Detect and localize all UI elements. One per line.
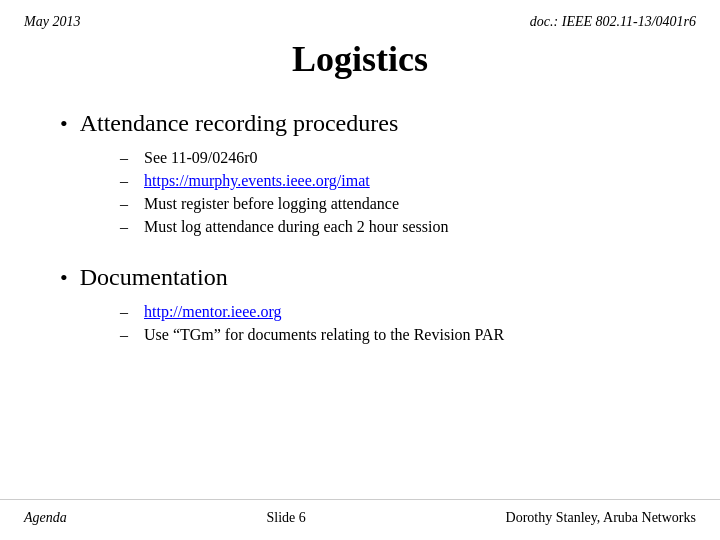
dash-3: – (120, 195, 134, 213)
slide-header: May 2013 doc.: IEEE 802.11-13/0401r6 (0, 0, 720, 30)
dash-6: – (120, 326, 134, 344)
attendance-sub3: Must register before logging attendance (144, 195, 399, 213)
attendance-sub4: Must log attendance during each 2 hour s… (144, 218, 448, 236)
documentation-bullet: • Documentation (60, 264, 660, 291)
header-date: May 2013 (24, 14, 80, 30)
dash-1: – (120, 149, 134, 167)
documentation-sub1-link[interactable]: http://mentor.ieee.org (144, 303, 281, 321)
footer-agenda: Agenda (24, 510, 67, 526)
list-item: – Must register before logging attendanc… (120, 195, 660, 213)
slide: May 2013 doc.: IEEE 802.11-13/0401r6 Log… (0, 0, 720, 540)
attendance-sub2-link[interactable]: https://murphy.events.ieee.org/imat (144, 172, 370, 190)
footer-slide-number: Slide 6 (267, 510, 306, 526)
bullet-dot-1: • (60, 111, 68, 137)
dash-2: – (120, 172, 134, 190)
attendance-bullet: • Attendance recording procedures (60, 110, 660, 137)
attendance-sub1: See 11-09/0246r0 (144, 149, 258, 167)
documentation-sub2: Use “TGm” for documents relating to the … (144, 326, 504, 344)
title-section: Logistics (0, 38, 720, 80)
slide-content: • Attendance recording procedures – See … (0, 110, 720, 344)
list-item: – Must log attendance during each 2 hour… (120, 218, 660, 236)
dash-4: – (120, 218, 134, 236)
list-item: – Use “TGm” for documents relating to th… (120, 326, 660, 344)
slide-title: Logistics (0, 38, 720, 80)
list-item: – See 11-09/0246r0 (120, 149, 660, 167)
list-item: – https://murphy.events.ieee.org/imat (120, 172, 660, 190)
header-doc: doc.: IEEE 802.11-13/0401r6 (530, 14, 696, 30)
slide-footer: Agenda Slide 6 Dorothy Stanley, Aruba Ne… (0, 499, 720, 540)
attendance-sub-bullets: – See 11-09/0246r0 – https://murphy.even… (120, 149, 660, 236)
dash-5: – (120, 303, 134, 321)
attendance-section: • Attendance recording procedures – See … (60, 110, 660, 236)
footer-author: Dorothy Stanley, Aruba Networks (506, 510, 696, 526)
documentation-section: • Documentation – http://mentor.ieee.org… (60, 264, 660, 344)
attendance-title: Attendance recording procedures (80, 110, 399, 137)
documentation-sub-bullets: – http://mentor.ieee.org – Use “TGm” for… (120, 303, 660, 344)
bullet-dot-2: • (60, 265, 68, 291)
list-item: – http://mentor.ieee.org (120, 303, 660, 321)
documentation-title: Documentation (80, 264, 228, 291)
